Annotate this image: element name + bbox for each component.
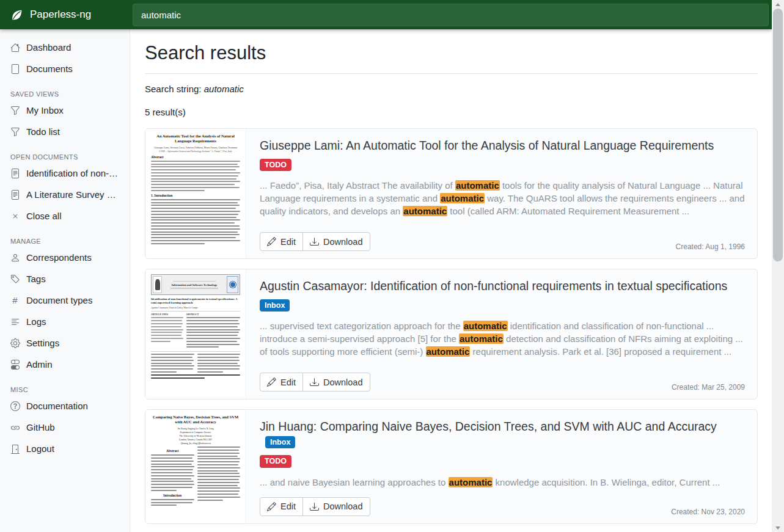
decor (155, 279, 160, 290)
decor (310, 377, 319, 387)
sidebar-item-open-document-1[interactable]: Identification of non-fu... (0, 162, 130, 184)
decor (10, 401, 20, 411)
sidebar-item-logout[interactable]: Logout (0, 438, 130, 459)
decor (151, 365, 194, 366)
sidebar-item-admin[interactable]: Admin (0, 354, 130, 375)
sidebar-item-tags[interactable]: Tags (0, 268, 130, 290)
download-button[interactable]: Download (302, 373, 370, 392)
decor (267, 502, 276, 511)
search-highlight: automatic (459, 333, 504, 344)
decor (151, 484, 194, 485)
button-label: Download (323, 377, 363, 387)
sidebar-item-label: Logs (26, 316, 46, 327)
sidebar-item-label: Settings (26, 338, 59, 348)
result-actions: EditDownload (260, 232, 370, 251)
decor: ABSTRACT (186, 313, 240, 349)
decor (151, 475, 194, 476)
result-title: Agustin Casamayor: Identification of non… (260, 279, 745, 294)
decor (151, 499, 194, 500)
scrollbar-up-arrow[interactable] (772, 0, 784, 9)
sidebar-item-logs[interactable]: Logs (0, 311, 130, 332)
decor (197, 458, 241, 459)
result-actions: EditDownload (260, 373, 370, 392)
decor (197, 446, 241, 508)
decor (151, 205, 240, 206)
search-string-value: automatic (204, 84, 244, 94)
sidebar-item-label: Logout (26, 443, 54, 454)
sidebar-item-dashboard[interactable]: Dashboard (0, 37, 130, 58)
decor (173, 281, 216, 282)
decor: AbstractIntroduction (151, 446, 194, 508)
scrollbar[interactable] (772, 0, 784, 532)
results-list: An Automatic Tool for the Analysis of Na… (145, 128, 758, 532)
decor (197, 482, 240, 483)
sidebar-item-github[interactable]: GitHub (0, 417, 130, 438)
created-date: Created: Mar 25, 2009 (672, 383, 745, 392)
decor (197, 494, 239, 495)
decor (10, 317, 20, 327)
button-label: Download (323, 501, 363, 511)
tag-icon (10, 274, 20, 284)
decor: Comparing Naive Bayes, Decision Trees, a… (151, 415, 240, 425)
scrollbar-down-arrow[interactable] (772, 523, 784, 532)
tag-badge-todo: TODO (260, 455, 291, 468)
result-title-link[interactable]: Jin Huang: Comparing Naive Bayes, Decisi… (260, 420, 717, 433)
search-highlight: automatic (403, 206, 447, 216)
sidebar-item-document-types[interactable]: #Document types (0, 290, 130, 311)
sidebar-item-my-inbox[interactable]: My Inbox (0, 100, 130, 121)
pencil-icon (267, 237, 276, 246)
decor: DashboardDocumentsSAVED VIEWSMy InboxTod… (0, 37, 130, 459)
document-thumbnail[interactable]: Comparing Naive Bayes, Decision Trees, a… (145, 410, 246, 523)
decor (151, 172, 240, 173)
brand-link[interactable]: Paperless-ng (0, 0, 130, 29)
decor (10, 211, 20, 221)
sidebar-item-label: Documents (26, 64, 73, 74)
sidebar: DashboardDocumentsSAVED VIEWSMy InboxTod… (0, 29, 130, 532)
sidebar-item-correspondents[interactable]: Correspondents (0, 247, 130, 268)
decor (12, 319, 19, 325)
funnel-icon (10, 105, 20, 115)
scrollbar-thumb[interactable] (773, 9, 783, 261)
decor: # (12, 296, 17, 305)
gear-icon (10, 338, 20, 348)
result-body: Giuseppe Lami: An Automatic Tool for the… (246, 129, 757, 258)
sidebar-item-label: Identification of non-fu... (26, 168, 120, 178)
document-thumbnail[interactable]: An Automatic Tool for the Analysis of Na… (145, 129, 246, 258)
edit-button[interactable]: Edit (260, 373, 303, 392)
sidebar-item-settings[interactable]: Settings (0, 332, 130, 354)
sidebar-item-todo-list[interactable]: Todo list (0, 121, 130, 142)
decor (151, 237, 236, 238)
decor (10, 169, 20, 178)
decor (151, 181, 240, 182)
result-snippet: ... Faedo”, Pisa, Italy Abstract The ava… (260, 179, 745, 217)
hash-icon: # (10, 295, 20, 305)
edit-button[interactable]: Edit (260, 497, 303, 516)
decor (151, 234, 240, 235)
sidebar-section: MISCDocumentationGitHubLogout (0, 386, 130, 459)
result-snippet: ... supervised text categorization appro… (260, 319, 745, 358)
download-button[interactable]: Download (302, 232, 370, 251)
sidebar-item-documentation[interactable]: Documentation (0, 395, 130, 417)
decor (151, 332, 182, 333)
question-circle-icon (10, 401, 20, 411)
decor (267, 377, 276, 387)
sidebar-item-label: My Inbox (26, 105, 64, 115)
decor (13, 171, 17, 175)
download-button[interactable]: Download (302, 497, 370, 516)
document-thumbnail[interactable]: Information and Software TechnologyIdent… (145, 269, 246, 399)
decor (10, 423, 20, 432)
decor (11, 445, 20, 454)
result-title-link[interactable]: Giuseppe Lami: An Automatic Tool for the… (260, 139, 714, 152)
global-search-input[interactable] (133, 4, 769, 26)
sidebar-item-open-document-2[interactable]: A Literature Survey on ... (0, 184, 130, 205)
search-container (130, 0, 772, 29)
sidebar-item-close-all[interactable]: Close all (0, 205, 130, 227)
edit-button[interactable]: Edit (260, 232, 303, 251)
decor (227, 276, 238, 293)
sidebar-item-documents[interactable]: Documents (0, 58, 130, 79)
file-icon (10, 64, 20, 74)
decor (10, 338, 20, 348)
result-title-link[interactable]: Agustin Casamayor: Identification of non… (260, 279, 727, 293)
decor (151, 164, 238, 165)
decor (197, 453, 240, 454)
